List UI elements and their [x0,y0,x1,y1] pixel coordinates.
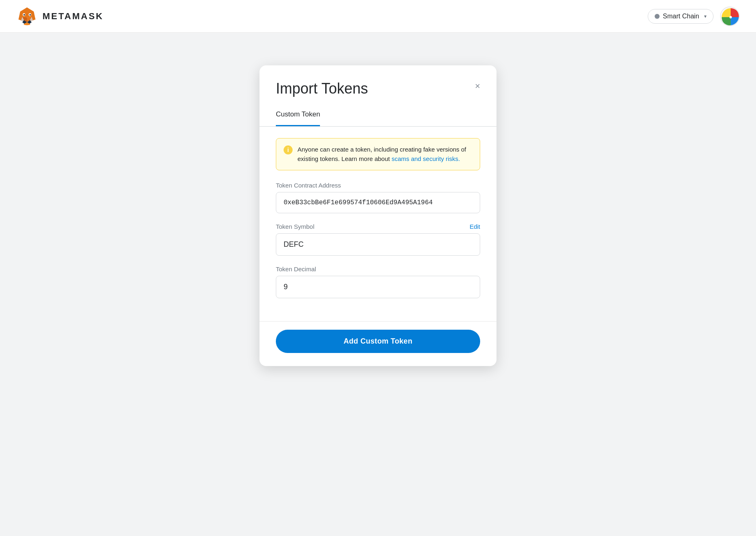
token-symbol-input[interactable] [276,233,480,256]
token-contract-address-input[interactable] [276,192,480,213]
modal-body: i Anyone can create a token, including c… [259,127,497,321]
navbar-left: METAMASK [16,6,103,27]
token-symbol-label-row: Token Symbol Edit [276,223,480,230]
modal-close-button[interactable]: × [473,80,482,92]
svg-point-15 [729,16,732,18]
navbar-right: Smart Chain ▾ [648,7,740,26]
chevron-down-icon: ▾ [704,13,707,19]
info-icon: i [284,145,293,154]
navbar: METAMASK Smart Chain ▾ [0,0,756,33]
warning-box: i Anyone can create a token, including c… [276,138,480,170]
modal-tabs: Custom Token [259,97,497,127]
avatar-icon [721,7,740,26]
account-avatar[interactable] [720,7,740,26]
token-symbol-label: Token Symbol [276,223,314,230]
token-decimal-label-row: Token Decimal [276,266,480,272]
network-label: Smart Chain [663,13,699,20]
import-tokens-modal: Import Tokens × Custom Token i Anyone ca… [259,65,497,366]
metamask-wordmark: METAMASK [42,11,103,22]
token-contract-address-label: Token Contract Address [276,182,341,189]
svg-point-13 [29,14,31,16]
tab-custom-token[interactable]: Custom Token [276,107,320,126]
modal-title: Import Tokens [276,80,480,97]
scams-link[interactable]: scams and security risks. [391,155,460,162]
network-selector-button[interactable]: Smart Chain ▾ [648,9,714,24]
network-status-dot [655,14,660,19]
svg-marker-1 [20,7,34,17]
modal-header: Import Tokens × [259,65,497,97]
warning-text: Anyone can create a token, including cre… [297,145,472,163]
main-content: Import Tokens × Custom Token i Anyone ca… [0,33,756,366]
token-decimal-group: Token Decimal [276,266,480,298]
svg-point-12 [23,14,25,16]
token-symbol-edit-button[interactable]: Edit [470,223,480,230]
add-custom-token-button[interactable]: Add Custom Token [276,330,480,353]
token-symbol-group: Token Symbol Edit [276,223,480,256]
token-decimal-label: Token Decimal [276,266,316,272]
token-contract-address-label-row: Token Contract Address [276,182,480,189]
token-contract-address-group: Token Contract Address [276,182,480,213]
modal-footer: Add Custom Token [259,321,497,366]
metamask-fox-logo [16,6,38,27]
token-decimal-input[interactable] [276,276,480,298]
